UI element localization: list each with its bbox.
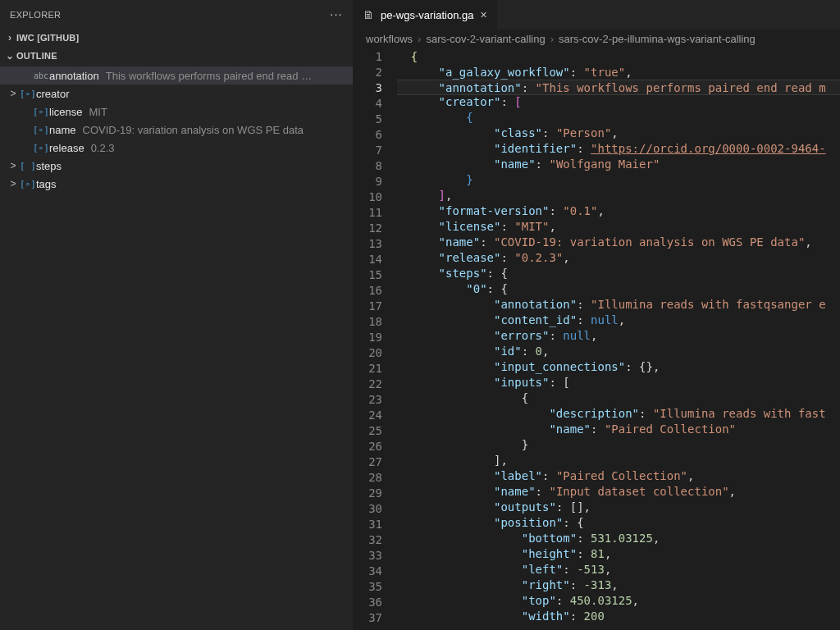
code-line[interactable]: "name": "COVID-19: variation analysis on… [397, 235, 840, 250]
code-line[interactable]: "top": 450.03125, [397, 593, 840, 609]
line-number: 27 [353, 454, 382, 470]
code-line[interactable]: { [397, 49, 840, 65]
string-type-icon: abc [33, 71, 49, 80]
code-line[interactable]: "width": 200 [397, 609, 840, 624]
code-line[interactable]: "class": "Person", [397, 126, 840, 141]
code-line[interactable]: } [397, 172, 840, 188]
object-type-icon: [∘] [33, 107, 49, 117]
outline-item-creator[interactable]: >[∘]creator [0, 84, 353, 103]
line-number: 7 [353, 143, 382, 158]
outline-item-name: license [49, 106, 89, 118]
outline-item-value: This workflows performs paired end read … [106, 70, 353, 82]
code-line[interactable]: } [397, 437, 840, 453]
outline-item-license[interactable]: >[∘]licenseMIT [0, 103, 353, 121]
outline-item-release[interactable]: >[∘]release0.2.3 [0, 139, 353, 157]
outline-item-value: 0.2.3 [91, 142, 353, 154]
object-type-icon: [∘] [33, 125, 49, 135]
line-number: 5 [353, 112, 382, 127]
section-outline[interactable]: ⌄ OUTLINE [0, 47, 353, 65]
code-line[interactable]: "creator": [ [397, 94, 840, 110]
outline-item-name[interactable]: >[∘]nameCOVID-19: variation analysis on … [0, 121, 353, 139]
editor-group: 🗎 pe-wgs-variation.ga × workflows›sars-c… [353, 0, 840, 630]
line-number: 36 [353, 595, 382, 610]
code-line[interactable]: "errors": null, [397, 328, 840, 344]
line-number: 25 [353, 423, 382, 439]
code-content[interactable]: { "a_galaxy_workflow": "true", "annotati… [397, 48, 840, 630]
line-number: 10 [353, 189, 382, 205]
code-line[interactable]: "inputs": [ [397, 375, 840, 390]
code-line[interactable]: "a_galaxy_workflow": "true", [397, 65, 840, 80]
line-number: 6 [353, 127, 382, 143]
line-number: 23 [353, 392, 382, 408]
code-line[interactable]: "steps": { [397, 266, 840, 281]
code-line[interactable]: "name": "Input dataset collection", [397, 484, 840, 500]
breadcrumb-segment[interactable]: workflows [366, 33, 413, 45]
line-number: 32 [353, 532, 382, 548]
more-actions-icon[interactable]: ··· [331, 10, 343, 20]
line-number: 33 [353, 548, 382, 564]
app-root: EXPLORER ··· › IWC [GITHUB] ⌄ OUTLINE >a… [0, 0, 840, 630]
outline-item-steps[interactable]: >[ ]steps [0, 157, 353, 175]
code-line[interactable]: "description": "Illumina reads with fast [397, 406, 840, 422]
code-line[interactable]: "name": "Wolfgang Maier" [397, 157, 840, 172]
outline-item-name: annotation [49, 70, 106, 82]
code-line[interactable]: "annotation": "This workflows performs p… [397, 80, 840, 95]
line-number: 24 [353, 408, 382, 423]
tab-filename: pe-wgs-variation.ga [381, 9, 473, 21]
outline-item-tags[interactable]: >[∘]tags [0, 175, 353, 193]
code-line[interactable]: ], [397, 453, 840, 468]
line-number: 20 [353, 345, 382, 361]
line-number: 26 [353, 439, 382, 454]
outline-item-name: name [49, 124, 83, 136]
code-line[interactable]: "release": "0.2.3", [397, 250, 840, 266]
code-line[interactable]: "license": "MIT", [397, 219, 840, 235]
line-number: 15 [353, 267, 382, 283]
code-line[interactable]: "left": -513, [397, 562, 840, 578]
code-line[interactable]: "id": 0, [397, 344, 840, 359]
line-number: 3 [353, 80, 382, 96]
outline-item-value: COVID-19: variation analysis on WGS PE d… [83, 124, 353, 136]
chevron-right-icon: > [7, 160, 20, 171]
code-line[interactable]: "height": 81, [397, 546, 840, 562]
code-line[interactable]: "label": "Paired Collection", [397, 468, 840, 484]
object-type-icon: [ ] [20, 161, 36, 171]
breadcrumb-segment[interactable]: sars-cov-2-variant-calling [426, 33, 545, 45]
code-line[interactable]: "annotation": "Illumina reads with fastq… [397, 297, 840, 313]
line-number-gutter: 1234567891011121314151617181920212223242… [353, 48, 397, 630]
section-iwc[interactable]: › IWC [GITHUB] [0, 29, 353, 47]
code-line[interactable]: "identifier": "https://orcid.org/0000-00… [397, 141, 840, 157]
code-line[interactable]: ], [397, 188, 840, 203]
object-type-icon: [∘] [33, 143, 49, 153]
line-number: 30 [353, 501, 382, 517]
code-line[interactable]: "outputs": [], [397, 500, 840, 515]
code-line[interactable]: "position": { [397, 515, 840, 531]
outline-item-annotation[interactable]: >abcannotationThis workflows performs pa… [0, 66, 353, 84]
text-editor[interactable]: 1234567891011121314151617181920212223242… [353, 48, 840, 630]
close-icon[interactable]: × [480, 8, 486, 21]
section-iwc-label: IWC [GITHUB] [16, 33, 349, 43]
code-line[interactable]: "bottom": 531.03125, [397, 531, 840, 546]
code-line[interactable]: "name": "Paired Collection" [397, 422, 840, 437]
breadcrumb-segment[interactable]: sars-cov-2-pe-illumina-wgs-variant-calli… [559, 33, 756, 45]
code-line[interactable]: { [397, 110, 840, 126]
tab-bar: 🗎 pe-wgs-variation.ga × [353, 0, 840, 30]
outline-item-name: tags [36, 178, 63, 190]
line-number: 18 [353, 314, 382, 330]
line-number: 1 [353, 49, 382, 65]
tab-pe-wgs-variation[interactable]: 🗎 pe-wgs-variation.ga × [353, 0, 497, 30]
line-number: 14 [353, 252, 382, 267]
code-line[interactable]: "input_connections": {}, [397, 359, 840, 375]
code-line[interactable]: "content_id": null, [397, 313, 840, 328]
line-number: 37 [353, 610, 382, 626]
outline-item-value: MIT [89, 106, 353, 118]
chevron-right-icon: > [7, 88, 20, 99]
line-number: 31 [353, 517, 382, 532]
code-line[interactable]: "right": -313, [397, 578, 840, 593]
code-line[interactable]: "format-version": "0.1", [397, 203, 840, 219]
chevron-right-icon: › [3, 32, 16, 43]
code-line[interactable]: { [397, 390, 840, 406]
outline-tree: >abcannotationThis workflows performs pa… [0, 65, 353, 196]
breadcrumb[interactable]: workflows›sars-cov-2-variant-calling›sar… [353, 30, 840, 48]
line-number: 21 [353, 361, 382, 377]
code-line[interactable]: "0": { [397, 281, 840, 297]
